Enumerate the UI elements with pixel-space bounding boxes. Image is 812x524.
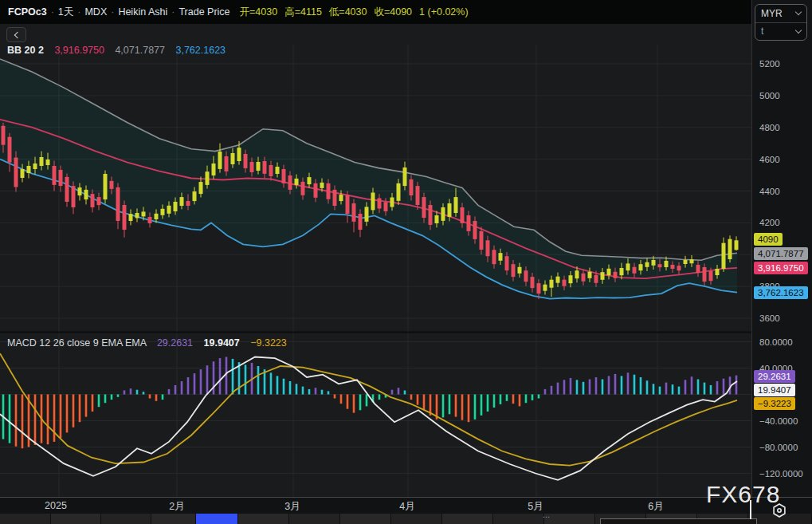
back-button[interactable] xyxy=(6,27,26,42)
currency-unit-panel: MYR t xyxy=(755,4,807,41)
time-axis-label: 5月 xyxy=(528,500,543,514)
macd-badge: −9.3223 xyxy=(754,397,795,410)
macd-indicator-legend[interactable]: MACD 12 26 close 9 EMA EMA 29.2631 19.94… xyxy=(7,337,287,349)
separator-dot: · xyxy=(171,6,175,18)
price-tick: 4400 xyxy=(759,187,780,196)
price-badge: 4090 xyxy=(754,233,783,246)
strip-cell[interactable] xyxy=(238,514,289,524)
strip-active-cell[interactable] xyxy=(196,514,238,524)
price-tick: 4200 xyxy=(759,218,780,227)
chevron-down-icon xyxy=(795,9,802,15)
strip-cell[interactable] xyxy=(340,514,391,524)
price-badge: 3,762.1623 xyxy=(754,286,808,299)
time-axis-label: 6月 xyxy=(648,500,663,514)
strip-cell[interactable] xyxy=(101,514,151,524)
chart-type-label[interactable]: Heikin Ashi xyxy=(118,6,167,18)
ohlc-close: 收=4090 xyxy=(374,6,412,19)
macd-tick: 80.0000 xyxy=(759,337,793,347)
bb-lower-value: 3,762.1623 xyxy=(175,45,226,56)
separator-dot: · xyxy=(111,6,114,18)
macd-badge: 19.9407 xyxy=(754,384,795,396)
strip-input-box[interactable] xyxy=(600,518,757,524)
unit-select[interactable]: t xyxy=(755,22,806,41)
bb-title: BB xyxy=(7,45,22,56)
price-tick: 3600 xyxy=(759,313,780,323)
symbol-title[interactable]: FCPOc3 xyxy=(8,6,47,18)
price-macd-chart[interactable] xyxy=(0,24,751,497)
currency-label: MYR xyxy=(761,8,783,19)
strip-cell[interactable] xyxy=(51,514,101,524)
bb-indicator-legend[interactable]: BB 20 2 3,916.9750 4,071.7877 3,762.1623 xyxy=(7,45,226,56)
topbar: FCPOc3 · 1天 · MDX · Heikin Ashi · Trade … xyxy=(0,0,751,24)
macd-tick: −120.0000 xyxy=(759,469,803,479)
time-axis-label: 3月 xyxy=(284,500,300,514)
strip-cell[interactable] xyxy=(391,514,442,524)
change-percent: 1 (+0.02%) xyxy=(419,6,469,18)
chevron-left-icon xyxy=(14,31,20,37)
bb-upper-value: 4,071.7877 xyxy=(115,45,165,56)
chevron-down-icon xyxy=(795,27,802,33)
macd-line-value: 19.9407 xyxy=(204,337,240,349)
strip-cell[interactable] xyxy=(493,514,544,524)
price-tick: 5200 xyxy=(759,59,780,69)
exchange-label: MDX xyxy=(84,6,107,18)
price-axis[interactable]: 5200500048004600440042003800360080.00004… xyxy=(751,0,812,497)
ohlc-open: 开=4030 xyxy=(240,6,278,19)
price-tick: 5000 xyxy=(759,91,780,100)
chart-canvas[interactable] xyxy=(0,24,751,497)
price-tick: 4800 xyxy=(759,123,780,132)
bb-mid-value: 3,916.9750 xyxy=(54,45,104,56)
interval-label[interactable]: 1天 xyxy=(58,6,73,19)
ohlc-high: 高=4115 xyxy=(284,6,322,19)
macd-tick: −40.0000 xyxy=(759,416,798,426)
macd-tick: −80.0000 xyxy=(759,443,798,452)
strip-cell[interactable] xyxy=(0,514,51,524)
time-axis-label: 2月 xyxy=(169,500,184,514)
last-bar-marker xyxy=(750,500,751,519)
time-axis-label: 4月 xyxy=(399,500,414,514)
settings-gear-icon[interactable] xyxy=(771,502,787,522)
separator-dot: · xyxy=(77,6,80,18)
price-tick: 4600 xyxy=(759,155,780,164)
macd-params: 12 26 close 9 EMA EMA xyxy=(39,337,146,349)
price-badge: 3,916.9750 xyxy=(754,262,808,274)
bottom-toolbar-strip: ⋯ xyxy=(0,514,812,524)
macd-title: MACD xyxy=(7,337,37,349)
macd-hist-value: 29.2631 xyxy=(157,337,193,349)
separator-dot: · xyxy=(51,6,54,18)
strip-cell[interactable] xyxy=(289,514,340,524)
trading-app-screen: FCPOc3 · 1天 · MDX · Heikin Ashi · Trade … xyxy=(0,0,812,524)
bb-params: 20 2 xyxy=(25,45,44,56)
price-badge: 4,071.7877 xyxy=(754,247,808,260)
strip-cell[interactable] xyxy=(151,514,196,524)
ohlc-low: 低=4030 xyxy=(329,6,367,19)
macd-badge: 29.2631 xyxy=(754,370,795,383)
strip-handle-dots[interactable]: ⋯ xyxy=(543,513,551,521)
currency-select[interactable]: MYR xyxy=(755,5,806,22)
time-axis[interactable]: 20252月3月4月5月6月 xyxy=(0,497,812,514)
strip-cell[interactable] xyxy=(442,514,493,524)
strip-cell[interactable] xyxy=(544,514,595,524)
time-axis-label: 2025 xyxy=(45,500,67,511)
unit-label: t xyxy=(761,26,763,37)
macd-signal-value: −9.3223 xyxy=(250,337,287,349)
price-type-label[interactable]: Trade Price xyxy=(178,6,229,18)
